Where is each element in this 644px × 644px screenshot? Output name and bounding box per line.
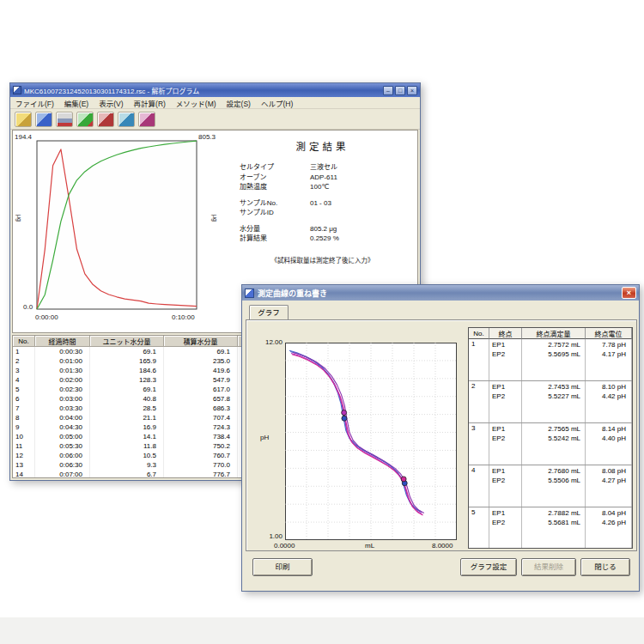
table-row[interactable]: 4EP1EP22.7680 mL5.5506 mL8.08 pH4.27 pH (469, 465, 632, 507)
exit-icon[interactable] (138, 112, 155, 127)
col-header-time[interactable]: 経過時間 (35, 336, 90, 347)
x-axis-max-label: 8.0000 (432, 542, 453, 550)
right-axis-max-label: 805.3 (198, 133, 216, 141)
result-field-calc: 計算結果0.2529 % (240, 234, 417, 243)
overlay-titlebar[interactable]: 測定曲線の重ね書き × (242, 285, 639, 301)
menu-edit[interactable]: 編集(E) (59, 98, 94, 108)
result-field-sample-id: サンプルID (240, 209, 417, 217)
right-axis-unit-label: μg (212, 215, 218, 222)
left-axis-unit-label: μg (16, 215, 22, 222)
table-row[interactable]: 1EP1EP22.7572 mL5.5695 mL7.78 pH4.17 pH (469, 339, 632, 381)
close-icon[interactable]: × (407, 86, 417, 95)
y-axis-max-label: 12.00 (253, 338, 283, 346)
col-header-unit[interactable]: ユニット水分量 (90, 336, 164, 347)
delete-result-button[interactable]: 結果削除 (521, 558, 576, 576)
results-note: 《試料採取量は測定終了後に入力》 (228, 255, 417, 264)
minimize-icon[interactable]: – (383, 86, 393, 95)
x-axis-start-label: 0:00:00 (35, 313, 58, 321)
footer-strip (0, 617, 644, 644)
col-header-volume[interactable]: 終点滴定量 (522, 328, 586, 339)
col-header-potential[interactable]: 終点電位 (586, 328, 632, 339)
result-field-sample-no: サンプルNo.01 - 03 (240, 199, 417, 208)
result-field-oven: オーブンADP-611 (240, 173, 417, 182)
endpoint-table-header: No. 終点 終点滴定量 終点電位 (469, 328, 632, 339)
table-row[interactable]: 5EP1EP22.7882 mL5.5681 mL8.04 pH4.26 pH (469, 507, 632, 549)
table-row[interactable]: 2EP1EP22.7453 mL5.5227 mL8.10 pH4.42 pH (469, 381, 632, 423)
y-axis-min-label: 1.00 (253, 532, 283, 540)
col-header-no[interactable]: No. (13, 336, 35, 347)
moisture-chart-svg (13, 131, 224, 325)
print-button[interactable]: 印刷 (252, 558, 313, 576)
data-list-icon[interactable] (118, 112, 135, 127)
desktop: MKC6100723124520130301174312.rsc - 解析プログ… (0, 0, 644, 644)
recalculate-icon[interactable] (97, 112, 114, 127)
endpoint-table: No. 終点 終点滴定量 終点電位 1EP1EP22.7572 mL5.5695… (468, 327, 633, 549)
x-axis-title: mL (365, 542, 374, 550)
app-icon (13, 86, 21, 94)
menu-view[interactable]: 表示(V) (94, 98, 128, 108)
left-axis-max-label: 194.4 (15, 133, 32, 141)
open-file-icon[interactable] (15, 112, 32, 127)
col-header-total[interactable]: 積算水分量 (164, 336, 238, 347)
x-axis-min-label: 0.0000 (274, 542, 295, 550)
print-icon[interactable] (56, 112, 73, 127)
results-title: 測定結果 (228, 139, 417, 153)
titration-chart-svg (285, 343, 457, 540)
y-axis-title: pH (260, 434, 269, 441)
menu-file[interactable]: ファイル(F) (10, 98, 59, 108)
moisture-chart-panel: 194.4 805.3 0.0 μg μg 0:00:00 0:10:00 (13, 131, 224, 332)
menu-help[interactable]: ヘルプ(H) (256, 98, 298, 108)
close-button[interactable]: 閉じる (580, 558, 630, 576)
menu-settings[interactable]: 設定(S) (222, 98, 256, 108)
window-title: MKC6100723124520130301174312.rsc - 解析プログ… (24, 86, 381, 95)
left-axis-min-label: 0.0 (23, 303, 33, 311)
graph-view-icon[interactable] (76, 112, 94, 127)
tab-graph[interactable]: グラフ (249, 305, 289, 320)
toolbar (10, 109, 420, 130)
menu-method[interactable]: メソッド(M) (171, 98, 222, 108)
save-file-icon[interactable] (35, 112, 52, 127)
graph-settings-button[interactable]: グラフ設定 (460, 558, 517, 576)
graph-app-icon (245, 289, 254, 298)
graph-tab-panel: 12.00 1.00 pH 0.0000 8.0000 mL No. 終点 終点… (246, 319, 637, 551)
result-field-temp: 加熱温度100℃ (240, 183, 417, 191)
menu-recalc[interactable]: 再計算(R) (129, 98, 171, 108)
analysis-titlebar[interactable]: MKC6100723124520130301174312.rsc - 解析プログ… (10, 83, 420, 97)
result-field-water: 水分量805.2 μg (240, 225, 417, 234)
col-header-endpoint[interactable]: 終点 (489, 328, 522, 339)
ep-table-body: 1EP1EP22.7572 mL5.5695 mL7.78 pH4.17 pH2… (469, 339, 632, 549)
table-row[interactable]: 3EP1EP22.7565 mL5.5242 mL8.14 pH4.40 pH (469, 423, 632, 465)
result-field-celltype: セルタイプ三液セル (240, 163, 417, 172)
x-axis-end-label: 0:10:00 (172, 313, 195, 321)
maximize-icon[interactable]: □ (395, 86, 405, 95)
close-icon[interactable]: × (622, 287, 636, 299)
col-header-no[interactable]: No. (469, 328, 489, 339)
menubar: ファイル(F) 編集(E) 表示(V) 再計算(R) メソッド(M) 設定(S)… (10, 97, 420, 109)
overlay-window: 測定曲線の重ね書き × グラフ 12.00 1.00 pH 0.0000 8.0… (241, 284, 640, 592)
overlay-window-title: 測定曲線の重ね書き (258, 288, 327, 299)
